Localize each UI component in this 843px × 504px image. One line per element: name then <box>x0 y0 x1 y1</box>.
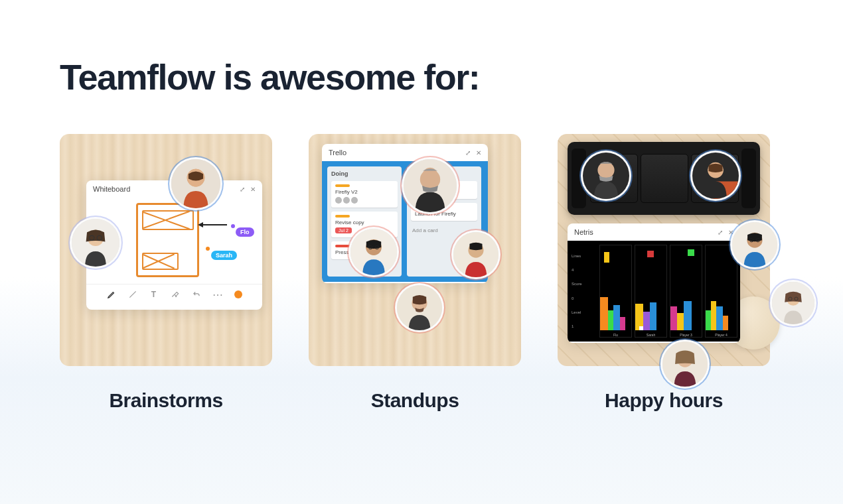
avatar[interactable] <box>770 280 816 326</box>
trello-title: Trello <box>329 149 346 157</box>
line-icon[interactable] <box>128 290 137 299</box>
close-icon[interactable]: ✕ <box>476 149 481 157</box>
netris-player-panel: Flo <box>599 245 632 338</box>
avatar[interactable] <box>660 340 710 389</box>
cards-row: Whiteboard ⤢ ✕ Flo <box>60 134 783 412</box>
cursor-flo-label: Flo <box>236 227 254 237</box>
card-caption-happy-hours: Happy hours <box>605 389 723 412</box>
cursor-sarah-dot <box>206 247 210 251</box>
color-orange-icon[interactable] <box>234 290 242 298</box>
card-caption-brainstorms: Brainstorms <box>109 389 222 412</box>
text-icon[interactable]: T <box>149 290 159 299</box>
arrow-annotation <box>200 224 227 225</box>
card-caption-standups: Standups <box>371 389 459 412</box>
whiteboard-toolbar: T ⋯ <box>86 284 262 304</box>
wireframe-sketch <box>136 203 199 277</box>
avatar[interactable] <box>402 157 459 214</box>
card-standups: Trello ⤢ ✕ Doing Firefly V2 <box>309 134 521 412</box>
expand-icon[interactable]: ⤢ <box>240 186 245 193</box>
avatar[interactable] <box>348 227 399 277</box>
card-happy-hours-scene: Netris ⤢ ✕ Lines 4 Score 0 Level <box>558 134 770 366</box>
undo-icon[interactable] <box>192 290 201 299</box>
netris-sidebar: Lines 4 Score 0 Level 1 <box>570 245 597 338</box>
cursor-sarah-label: Sarah <box>211 251 237 260</box>
trello-titlebar: Trello ⤢ ✕ <box>322 144 488 161</box>
netris-player-panel: Player 4 <box>705 245 737 338</box>
card-brainstorms-scene: Whiteboard ⤢ ✕ Flo <box>60 134 272 366</box>
avatar[interactable] <box>690 151 741 201</box>
avatar[interactable] <box>70 217 121 269</box>
whiteboard-title: Whiteboard <box>93 185 130 193</box>
netris-player-panel: Sarah <box>635 245 667 338</box>
avatar[interactable] <box>730 220 779 269</box>
eraser-icon[interactable] <box>171 290 180 299</box>
netris-title: Netris <box>574 228 593 236</box>
pen-icon[interactable] <box>107 290 116 299</box>
page-title: Teamflow is awesome for: <box>60 56 783 97</box>
more-icon[interactable]: ⋯ <box>213 290 222 299</box>
card-brainstorms: Whiteboard ⤢ ✕ Flo <box>60 134 272 412</box>
card-standups-scene: Trello ⤢ ✕ Doing Firefly V2 <box>309 134 521 366</box>
expand-icon[interactable]: ⤢ <box>718 229 723 236</box>
trello-card[interactable]: Firefly V2 <box>331 181 398 208</box>
avatar[interactable] <box>451 230 500 279</box>
netris-player-panel: Player 3 <box>670 245 702 338</box>
column-title: Doing <box>331 170 398 177</box>
netris-titlebar: Netris ⤢ ✕ <box>568 223 740 241</box>
svg-point-19 <box>597 162 614 178</box>
expand-icon[interactable]: ⤢ <box>465 149 471 157</box>
card-happy-hours: Netris ⤢ ✕ Lines 4 Score 0 Level <box>558 134 770 412</box>
avatar[interactable] <box>395 283 444 332</box>
netris-window: Netris ⤢ ✕ Lines 4 Score 0 Level <box>568 223 740 343</box>
cursor-flo-dot <box>231 224 235 228</box>
netris-board[interactable]: Lines 4 Score 0 Level 1 <box>568 241 740 342</box>
avatar[interactable] <box>169 157 222 210</box>
avatar[interactable] <box>581 151 631 201</box>
close-icon[interactable]: ✕ <box>250 186 256 193</box>
